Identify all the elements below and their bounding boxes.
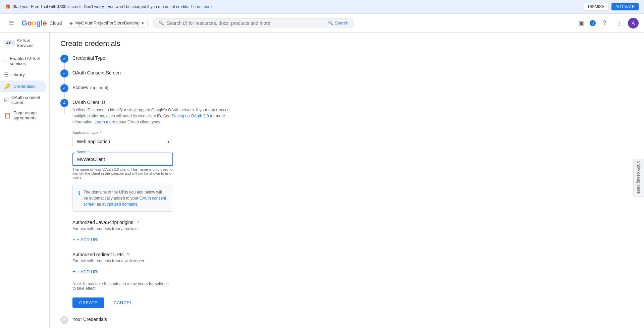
search-bar: 🔍 🔍 Search [153, 18, 354, 28]
sidebar-label-page-usage: Page usage agreements [13, 110, 43, 120]
step2-circle: ✓ [60, 69, 68, 77]
search-button[interactable]: 🔍 Search [328, 20, 348, 25]
step4-content: OAuth Client ID A client ID is used to i… [72, 99, 633, 313]
logo-area: Google Cloud [21, 19, 62, 28]
header: ☰ Google Cloud ◈ MyOAuthProjectForStoreB… [0, 14, 644, 33]
sidebar-label-enabled: Enabled APIs & services [10, 56, 43, 66]
api-title: APIs & Services [17, 38, 45, 48]
top-banner: 🎁 Start your Free Trial with $300 in cre… [0, 0, 644, 14]
step2-line [64, 77, 65, 84]
sidebar-item-oauth-consent[interactable]: ☑ OAuth consent screen [0, 92, 47, 108]
sidebar-item-page-usage[interactable]: 📋 Page usage agreements [0, 108, 47, 123]
step4-line [64, 107, 65, 114]
application-type-field: Application type * Web application Andro… [72, 130, 173, 147]
step1-line [64, 63, 65, 69]
step-oauth-client-id: 4 OAuth Client ID A client ID is used to… [60, 99, 633, 313]
banner-dismiss-button[interactable]: DISMISS [584, 3, 609, 11]
banner-actions: DISMISS ACTIVATE [584, 3, 639, 11]
js-origins-help-icon[interactable]: ? [135, 220, 141, 225]
help-button[interactable]: ? [598, 17, 610, 29]
project-selector[interactable]: ◈ MyOAuthProjectForStoreBuilding ▾ [66, 19, 147, 28]
step2-content: OAuth Consent Screen [72, 69, 633, 81]
sidebar-label-credentials: Credentials [13, 84, 36, 89]
app-body: API APIs & Services ≡ Enabled APIs & ser… [0, 33, 644, 328]
step2-title: OAuth Consent Screen [72, 70, 633, 75]
name-field: Name * The name of your OAuth 2.0 client… [72, 153, 173, 179]
stepper: ✓ Credential Type ✓ OAuth Consent Screen [60, 55, 633, 328]
page-usage-icon: 📋 [4, 112, 11, 119]
info-text: The domains of the URIs you add below wi… [84, 189, 167, 207]
credentials-icon: 🔑 [4, 83, 11, 90]
create-cancel-buttons: CREATE CANCEL [72, 297, 633, 308]
step-oauth-consent: ✓ OAuth Consent Screen [60, 69, 633, 84]
notification-badge[interactable]: 3 [590, 20, 596, 26]
step4-title: OAuth Client ID [72, 100, 633, 105]
oauth-description: A client ID is used to identify a single… [72, 107, 240, 125]
authorized-domains-link[interactable]: authorized domains [102, 202, 137, 207]
redirect-uris-section: Authorized redirect URIs ? For use with … [72, 252, 633, 276]
banner-learn-link[interactable]: Learn more [191, 4, 212, 9]
info-box: ℹ The domains of the URIs you add below … [72, 185, 173, 212]
step3-line [64, 92, 65, 99]
redirect-uris-help-icon[interactable]: ? [126, 252, 131, 257]
banner-activate-button[interactable]: ACTIVATE [611, 3, 639, 10]
step3-optional: (optional) [90, 85, 108, 90]
js-origins-title: Authorized JavaScript origins ? [72, 220, 633, 225]
project-icon: ◈ [69, 20, 73, 26]
learn-more-link[interactable]: Learn more [95, 120, 115, 124]
step2-indicator: ✓ [60, 69, 68, 84]
create-button[interactable]: CREATE [72, 297, 104, 308]
js-origins-section: Authorized JavaScript origins ? For use … [72, 220, 633, 244]
api-badge: API [4, 40, 15, 46]
redirect-uris-title: Authorized redirect URIs ? [72, 252, 633, 257]
monitor-button[interactable]: ▣ [575, 17, 587, 29]
cloud-label: Cloud [50, 20, 62, 26]
app-type-label: Application type * [72, 130, 173, 134]
api-branding: API APIs & Services [0, 35, 49, 53]
step5-content: Your Credentials DONE CANCEL [72, 316, 633, 328]
step4-cancel-button[interactable]: CANCEL [108, 297, 138, 308]
add-js-origin-uri-button[interactable]: + + ADD URI [72, 235, 98, 244]
library-icon: ☰ [4, 71, 9, 78]
step1-content: Credential Type [72, 55, 633, 66]
project-chevron-icon: ▾ [142, 20, 144, 26]
more-options-button[interactable]: ⋮ [613, 17, 625, 29]
step5-indicator: 5 [60, 316, 68, 324]
step5-circle: 5 [60, 316, 68, 324]
plus-icon: + [72, 236, 75, 242]
page-title: Create credentials [60, 39, 633, 48]
banner-text-area: 🎁 Start your Free Trial with $300 in cre… [5, 4, 212, 9]
step4-circle: 4 [60, 99, 68, 107]
search-icon: 🔍 [159, 20, 164, 25]
name-input[interactable] [72, 153, 173, 166]
add-redirect-uri-button[interactable]: + + ADD URI [72, 267, 98, 276]
application-type-select[interactable]: Web application Android iOS Desktop app [72, 136, 173, 147]
step3-indicator: ✓ [60, 84, 68, 99]
settings-note: Note: It may take 5 minutes to a few hou… [72, 281, 173, 291]
search-icon-btn: 🔍 [328, 20, 333, 25]
sidebar-item-credentials[interactable]: 🔑 Credentials [0, 80, 47, 92]
sidebar-item-enabled[interactable]: ≡ Enabled APIs & services [0, 53, 47, 69]
step1-title: Credential Type [72, 55, 633, 61]
step1-circle: ✓ [60, 55, 68, 63]
search-input[interactable] [167, 20, 325, 26]
redirect-uris-desc: For use with requests from a web server [72, 259, 633, 263]
step3-circle: ✓ [60, 84, 68, 92]
avatar[interactable]: A [628, 18, 639, 29]
name-input-label: Name * [75, 150, 90, 154]
step3-title: Scopes (optional) [72, 85, 633, 90]
app-type-select-wrapper: Web application Android iOS Desktop app [72, 136, 173, 147]
sidebar: API APIs & Services ≡ Enabled APIs & ser… [0, 33, 50, 328]
hamburger-menu-button[interactable]: ☰ [5, 17, 17, 29]
step5-title: Your Credentials [72, 317, 633, 322]
name-hint: The name of your OAuth 2.0 client. This … [72, 167, 173, 179]
step4-indicator: 4 [60, 99, 68, 114]
oauth-consent-icon: ☑ [4, 97, 9, 103]
sidebar-item-library[interactable]: ☰ Library [0, 69, 47, 80]
setting-up-link[interactable]: Setting up OAuth 2.0 [171, 114, 209, 118]
plus-icon-2: + [72, 269, 75, 275]
js-origins-desc: For use with requests from a browser [72, 226, 633, 231]
step3-content: Scopes (optional) [72, 84, 633, 96]
header-left: ☰ Google Cloud ◈ MyOAuthProjectForStoreB… [5, 17, 148, 29]
debug-panel-toggle[interactable]: Show debug panel [633, 159, 644, 197]
